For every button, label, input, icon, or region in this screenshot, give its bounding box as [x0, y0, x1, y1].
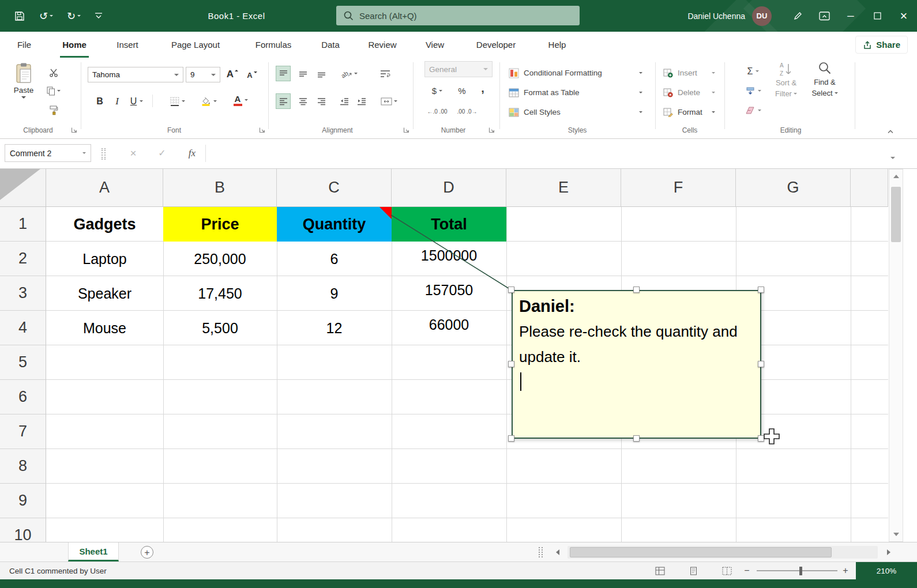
minimize-button[interactable]: ─	[837, 0, 864, 32]
tab-splitter-handle[interactable]	[539, 547, 540, 557]
alignment-dialog-launcher[interactable]	[403, 126, 410, 133]
tab-insert[interactable]: Insert	[111, 32, 144, 58]
delete-cells-button[interactable]: Delete	[663, 84, 720, 101]
comment-indicator[interactable]	[379, 207, 392, 219]
row-header-6[interactable]: 6	[0, 380, 46, 414]
font-name-select[interactable]: Tahoma	[88, 67, 183, 82]
font-dialog-launcher[interactable]	[258, 126, 266, 133]
cell-c4[interactable]: 12	[277, 311, 392, 345]
ribbon-display-options-button[interactable]	[811, 0, 837, 32]
cell-c2[interactable]: 6	[277, 242, 392, 276]
redo-button[interactable]: ↻	[67, 10, 81, 22]
cell-c1[interactable]: Quantity	[277, 207, 392, 242]
column-header-b[interactable]: B	[163, 169, 277, 207]
column-header-e[interactable]: E	[506, 169, 621, 207]
tab-page-layout[interactable]: Page Layout	[164, 32, 227, 58]
clear-button[interactable]	[741, 103, 766, 118]
cell-a2[interactable]: Laptop	[46, 242, 163, 276]
cell-b4[interactable]: 5,500	[163, 311, 277, 345]
comma-style-button[interactable]: ,	[475, 81, 490, 96]
underline-button[interactable]: U	[126, 93, 148, 109]
format-as-table-button[interactable]: Format as Table	[509, 84, 647, 101]
number-format-select[interactable]: General	[424, 61, 493, 77]
autosum-button[interactable]: Σ	[741, 63, 766, 79]
cell-b1[interactable]: Price	[163, 207, 277, 242]
undo-button[interactable]: ↺	[39, 10, 53, 22]
decrease-decimal-button[interactable]: .00 .0→	[454, 104, 480, 119]
fill-button[interactable]	[741, 83, 766, 99]
paste-button[interactable]: Paste	[7, 62, 40, 120]
zoom-slider-thumb[interactable]	[799, 567, 802, 575]
column-header-c[interactable]: C	[277, 169, 392, 207]
row-header-1[interactable]: 1	[0, 207, 46, 242]
find-select-button[interactable]: Find & Select	[806, 61, 843, 99]
horizontal-scrollbar[interactable]	[568, 546, 878, 559]
increase-font-size-button[interactable]: A	[225, 66, 240, 82]
tab-data[interactable]: Data	[315, 32, 346, 58]
cell-c3[interactable]: 9	[277, 276, 392, 311]
italic-button[interactable]: I	[110, 93, 125, 109]
expand-formula-bar-button[interactable]	[890, 151, 895, 161]
cell-styles-button[interactable]: Cell Styles	[509, 104, 647, 120]
comment-resize-handle-top-left[interactable]	[508, 287, 514, 293]
zoom-in-button[interactable]: +	[839, 562, 852, 579]
clipboard-dialog-launcher[interactable]	[70, 126, 78, 133]
cell-a4[interactable]: Mouse	[46, 311, 163, 345]
collapse-ribbon-button[interactable]	[887, 126, 899, 134]
formula-bar-drag-handle[interactable]	[104, 148, 106, 160]
scroll-left-button[interactable]	[551, 546, 564, 559]
page-layout-view-button[interactable]	[681, 562, 706, 579]
horizontal-scrollbar-thumb[interactable]	[570, 547, 832, 557]
sheet-tab-sheet1[interactable]: Sheet1	[68, 542, 119, 561]
align-middle-button[interactable]	[295, 66, 310, 81]
accounting-format-button[interactable]: $	[427, 83, 448, 99]
format-cells-button[interactable]: Format	[663, 104, 720, 120]
align-top-button[interactable]	[276, 66, 291, 81]
share-button[interactable]: Share	[855, 36, 908, 54]
cell-d1[interactable]: Total	[392, 207, 506, 242]
number-dialog-launcher[interactable]	[488, 126, 495, 133]
decrease-indent-button[interactable]	[337, 93, 352, 109]
wrap-text-button[interactable]	[374, 66, 397, 81]
increase-decimal-button[interactable]: ←.0 .00	[424, 104, 450, 119]
tab-formulas[interactable]: Formulas	[250, 32, 296, 58]
format-painter-button[interactable]	[46, 103, 61, 118]
zoom-level[interactable]: 210%	[856, 562, 917, 580]
grid[interactable]: Gadgets Price Quantity Total Laptop 250,…	[46, 207, 888, 542]
tab-view[interactable]: View	[419, 32, 451, 58]
row-header-9[interactable]: 9	[0, 484, 46, 518]
cell-b3[interactable]: 17,450	[163, 276, 277, 311]
page-break-preview-button[interactable]	[714, 562, 739, 579]
conditional-formatting-button[interactable]: Conditional Formatting	[509, 65, 647, 81]
cell-a3[interactable]: Speaker	[46, 276, 163, 311]
ink-pen-button[interactable]	[784, 0, 811, 32]
tab-splitter-handle[interactable]	[542, 547, 543, 557]
comment-resize-handle-middle-left[interactable]	[508, 361, 514, 367]
select-all-corner[interactable]	[0, 169, 46, 207]
cut-button[interactable]	[46, 65, 61, 80]
cell-d2[interactable]: 1500000	[392, 238, 506, 273]
normal-view-button[interactable]	[647, 562, 672, 579]
row-header-8[interactable]: 8	[0, 449, 46, 484]
column-header-partial[interactable]	[851, 169, 888, 207]
user-avatar[interactable]: DU	[752, 6, 772, 26]
zoom-slider-track[interactable]	[757, 570, 837, 571]
tab-file[interactable]: File	[10, 32, 38, 58]
row-header-5[interactable]: 5	[0, 345, 46, 380]
formula-input[interactable]	[206, 140, 887, 168]
align-center-button[interactable]	[295, 93, 310, 109]
row-header-7[interactable]: 7	[0, 414, 46, 449]
insert-cells-button[interactable]: Insert	[663, 65, 720, 81]
maximize-button[interactable]	[864, 0, 890, 32]
font-color-button[interactable]: A	[228, 92, 253, 108]
scroll-down-button[interactable]	[889, 527, 903, 541]
tab-help[interactable]: Help	[542, 32, 572, 58]
row-header-10[interactable]: 10	[0, 518, 46, 542]
cell-d3[interactable]: 157050	[392, 273, 506, 307]
column-header-f[interactable]: F	[621, 169, 736, 207]
increase-indent-button[interactable]	[354, 93, 369, 109]
tab-developer[interactable]: Developer	[468, 32, 524, 58]
close-button[interactable]: ×	[890, 0, 917, 32]
customize-quick-access-button[interactable]	[95, 12, 103, 20]
comment-resize-handle-bottom-left[interactable]	[508, 435, 514, 442]
